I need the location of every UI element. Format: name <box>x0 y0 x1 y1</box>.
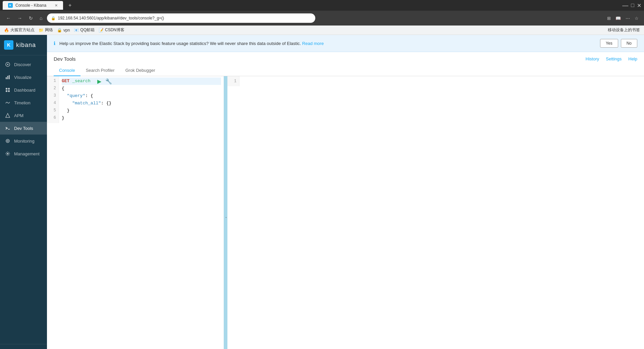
discover-icon <box>5 61 11 67</box>
line-numbers: 1 2 3 4 5 6 <box>47 76 59 123</box>
sidebar-item-monitoring-label: Monitoring <box>14 139 35 144</box>
output-lines: 1 <box>227 76 644 86</box>
banner-text: Help us improve the Elastic Stack by pro… <box>59 41 596 46</box>
console-area: 1 2 3 4 5 6 GET _search <box>47 76 644 349</box>
refresh-button[interactable]: ↻ <box>27 14 35 22</box>
apm-icon <box>5 112 11 118</box>
app-container: K kibana Discover Visualize Dashboard <box>0 35 644 349</box>
maximize-button[interactable]: □ <box>631 2 634 8</box>
browser-nav: ← → ↻ ⌂ 🔒 192.168.54.140:5601/app/kibana… <box>0 11 644 26</box>
sidebar-item-timelion-label: Timelion <box>14 100 31 105</box>
svg-rect-5 <box>6 88 7 90</box>
settings-link[interactable]: Settings <box>606 56 622 61</box>
output-content <box>239 76 644 86</box>
tab-search-profiler[interactable]: Search Profiler <box>80 65 120 76</box>
format-button[interactable]: 🔧 <box>104 78 113 85</box>
banner-read-more-link[interactable]: Read more <box>302 41 324 46</box>
tab-favicon: K <box>8 3 13 8</box>
code-line-1[interactable]: GET _search ▶ 🔧 <box>62 78 221 85</box>
star-button[interactable]: ☆ <box>633 14 640 22</box>
tab-grok-debugger[interactable]: Grok Debugger <box>120 65 161 76</box>
method-keyword: GET <box>62 78 69 85</box>
extensions-button[interactable]: ⊞ <box>606 14 612 22</box>
management-icon <box>5 151 11 157</box>
tab-close-button[interactable]: ✕ <box>55 3 58 8</box>
devtools-title-row: Dev Tools History Settings Help <box>54 56 637 62</box>
output-line-numbers-col: 1 <box>227 76 239 86</box>
svg-point-12 <box>7 140 8 142</box>
code-content[interactable]: GET _search ▶ 🔧 { <box>59 76 224 123</box>
mobile-bookmarks[interactable]: 移动设备上的书签 <box>608 27 640 33</box>
sidebar-item-discover[interactable]: Discover <box>0 58 47 71</box>
sidebar-item-discover-label: Discover <box>14 62 31 67</box>
address-bar[interactable]: 🔒 192.168.54.140:5601/app/kibana#/dev_to… <box>47 13 315 23</box>
banner-yes-button[interactable]: Yes <box>600 39 618 48</box>
sidebar-item-dev-tools-label: Dev Tools <box>14 126 33 131</box>
output-panel: 1 <box>227 76 644 349</box>
bookmark-vpn[interactable]: 🔒 vpn <box>57 28 70 33</box>
svg-rect-7 <box>6 90 7 92</box>
run-button[interactable]: ▶ <box>96 78 103 85</box>
bookmark-folder1[interactable]: 📁 网络 <box>39 27 53 33</box>
browser-chrome: K Console - Kibana ✕ + — □ ✕ ← → ↻ ⌂ 🔒 1… <box>0 0 644 26</box>
forward-button[interactable]: → <box>15 14 24 22</box>
line-number-6: 6 <box>50 114 56 122</box>
tab-console[interactable]: Console <box>54 65 80 76</box>
bookmark-fire[interactable]: 🔥 火狐官方站点 <box>4 27 35 33</box>
sidebar-item-visualize[interactable]: Visualize <box>0 71 47 84</box>
sidebar-item-monitoring[interactable]: Monitoring <box>0 135 47 147</box>
code-line-2[interactable]: { <box>62 85 221 92</box>
minimize-button[interactable]: — <box>622 2 628 9</box>
devtools-header: Dev Tools History Settings Help Console … <box>47 52 644 76</box>
code-line-5[interactable]: } <box>62 107 221 114</box>
dev-tools-icon <box>5 125 11 131</box>
colon-4: : {} <box>101 100 111 107</box>
output-line-1 <box>242 78 641 85</box>
address-text: 192.168.54.140:5601/app/kibana#/dev_tool… <box>58 16 311 20</box>
banner-info-icon: ℹ <box>54 41 55 46</box>
sidebar-item-apm[interactable]: APM <box>0 109 47 122</box>
bookmarks-bar: 🔥 火狐官方站点 📁 网络 🔒 vpn 📧 QQ邮箱 📝 CSDN博客 移动设备… <box>0 26 644 35</box>
sidebar-item-dashboard[interactable]: Dashboard <box>0 84 47 96</box>
banner-actions: Yes No <box>600 39 637 48</box>
sidebar-item-timelion[interactable]: Timelion <box>0 96 47 109</box>
bookmark-csdn[interactable]: 📝 CSDN博客 <box>99 27 124 33</box>
output-line-number-1: 1 <box>230 78 236 85</box>
bookmark-qq[interactable]: 📧 QQ邮箱 <box>74 27 95 33</box>
sidebar-item-dev-tools[interactable]: Dev Tools <box>0 122 47 135</box>
help-link[interactable]: Help <box>628 56 637 61</box>
reader-button[interactable]: 📖 <box>614 14 622 22</box>
monitoring-icon <box>5 138 11 144</box>
sidebar-item-visualize-label: Visualize <box>14 75 32 80</box>
colon-3: : { <box>85 93 93 100</box>
dashboard-icon <box>5 87 11 93</box>
line-number-2: 2 <box>50 85 56 92</box>
sidebar-item-management[interactable]: Management <box>0 147 47 160</box>
editor-content[interactable]: 1 2 3 4 5 6 GET _search <box>47 76 224 349</box>
back-button[interactable]: ← <box>4 14 13 22</box>
close-window-button[interactable]: ✕ <box>637 2 641 9</box>
line-number-1: 1 <box>50 78 56 85</box>
browser-tab[interactable]: K Console - Kibana ✕ <box>3 1 63 10</box>
sidebar-item-management-label: Management <box>14 151 40 156</box>
sidebar-nav: Discover Visualize Dashboard Timelion <box>0 55 47 344</box>
endpoint-keyword: _search <box>72 78 91 85</box>
code-line-3[interactable]: "query" : { <box>62 92 221 100</box>
svg-rect-6 <box>8 88 10 90</box>
match-all-key: "match_all" <box>72 100 101 107</box>
security-icon: 🔒 <box>51 16 56 20</box>
nav-tools: ⊞ 📖 ⋯ ☆ <box>606 14 640 22</box>
home-button[interactable]: ⌂ <box>38 14 44 22</box>
resize-handle[interactable]: ⋮ <box>225 76 227 349</box>
history-link[interactable]: History <box>586 56 599 61</box>
code-line-4[interactable]: "match_all" : {} <box>62 100 221 107</box>
tab-title: Console - Kibana <box>15 3 46 8</box>
banner-no-button[interactable]: No <box>621 39 637 48</box>
code-line-6[interactable]: } <box>62 114 221 122</box>
indent-3 <box>62 93 67 100</box>
devtools-tabs: Console Search Profiler Grok Debugger <box>54 65 637 76</box>
brace-open: { <box>62 85 64 92</box>
new-tab-button[interactable]: + <box>66 2 74 9</box>
more-button[interactable]: ⋯ <box>624 14 631 22</box>
svg-point-11 <box>6 139 9 143</box>
